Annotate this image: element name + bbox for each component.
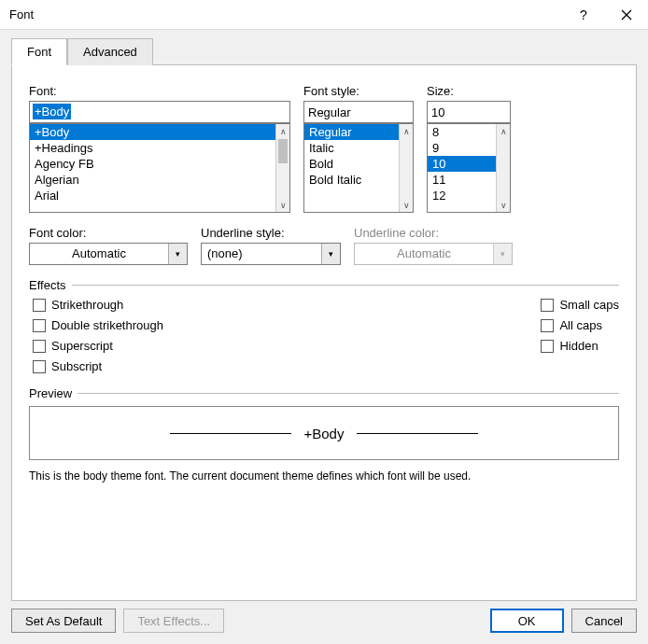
font-style-listbox[interactable]: Regular Italic Bold Bold Italic ∧ ∨	[303, 123, 414, 213]
tab-font[interactable]: Font	[11, 38, 67, 65]
all-caps-checkbox[interactable]: All caps	[541, 318, 619, 332]
scroll-down-icon[interactable]: ∨	[400, 198, 413, 212]
close-button[interactable]	[605, 0, 648, 30]
tab-panel-font: Font: +Body +Body +Headings Agency FB Al…	[11, 64, 637, 601]
superscript-checkbox[interactable]: Superscript	[33, 339, 163, 353]
double-strikethrough-checkbox[interactable]: Double strikethrough	[33, 318, 163, 332]
font-listbox[interactable]: +Body +Headings Agency FB Algerian Arial…	[29, 123, 290, 213]
size-listbox[interactable]: 8 9 10 11 12 ∧ ∨	[427, 123, 511, 213]
tab-strip: Font Advanced	[11, 37, 637, 64]
underline-color-label: Underline color:	[354, 226, 513, 240]
underline-style-value: (none)	[202, 244, 321, 264]
size-input[interactable]	[427, 101, 511, 123]
chevron-down-icon: ▾	[493, 244, 512, 264]
font-option[interactable]: +Headings	[30, 140, 275, 156]
style-option[interactable]: Bold	[304, 156, 399, 172]
hidden-checkbox[interactable]: Hidden	[541, 339, 619, 353]
preview-description: This is the body theme font. The current…	[29, 469, 619, 483]
chevron-down-icon[interactable]: ▾	[168, 244, 187, 264]
preview-label: Preview	[29, 386, 72, 400]
underline-style-label: Underline style:	[201, 226, 341, 240]
preview-header: Preview	[29, 386, 619, 400]
ok-button[interactable]: OK	[490, 609, 564, 633]
size-option[interactable]: 10	[428, 156, 496, 172]
size-option[interactable]: 8	[428, 124, 496, 140]
size-option[interactable]: 12	[428, 188, 496, 203]
size-option[interactable]: 11	[428, 172, 496, 188]
font-color-label: Font color:	[29, 226, 188, 240]
strikethrough-checkbox[interactable]: Strikethrough	[33, 298, 163, 312]
size-option[interactable]: 9	[428, 140, 496, 156]
preview-text: +Body	[304, 426, 345, 441]
font-style-label: Font style:	[303, 84, 414, 98]
font-style-input[interactable]	[303, 101, 414, 123]
dialog-footer: Set As Default Text Effects... OK Cancel	[11, 601, 637, 633]
font-label: Font:	[29, 84, 290, 98]
scroll-up-icon[interactable]: ∧	[400, 124, 413, 138]
scroll-down-icon[interactable]: ∨	[276, 198, 289, 212]
font-input[interactable]	[29, 101, 290, 123]
font-option[interactable]: Agency FB	[30, 156, 275, 172]
dialog-body: Font Advanced Font: +Body +Body +Heading…	[0, 30, 648, 644]
set-as-default-button[interactable]: Set As Default	[11, 609, 116, 633]
dialog-title: Font	[9, 7, 562, 21]
style-option[interactable]: Bold Italic	[304, 172, 399, 188]
scroll-down-icon[interactable]: ∨	[497, 198, 510, 212]
style-option[interactable]: Italic	[304, 140, 399, 156]
style-option[interactable]: Regular	[304, 124, 399, 140]
help-button[interactable]: ?	[562, 0, 605, 30]
underline-style-combo[interactable]: (none) ▾	[201, 243, 341, 265]
underline-color-value: Automatic	[355, 244, 493, 264]
font-color-value: Automatic	[30, 244, 168, 264]
text-effects-button: Text Effects...	[123, 609, 224, 633]
font-option[interactable]: +Body	[30, 124, 275, 140]
subscript-checkbox[interactable]: Subscript	[33, 359, 163, 373]
preview-box: +Body	[29, 406, 619, 460]
style-scrollbar[interactable]: ∧ ∨	[399, 124, 413, 212]
close-icon	[621, 9, 632, 21]
font-scrollbar[interactable]: ∧ ∨	[275, 124, 289, 212]
chevron-down-icon[interactable]: ▾	[321, 244, 340, 264]
font-row: Font: +Body +Body +Headings Agency FB Al…	[29, 84, 619, 213]
effects-grid: Strikethrough Double strikethrough Super…	[29, 298, 619, 373]
font-color-combo[interactable]: Automatic ▾	[29, 243, 188, 265]
font-option[interactable]: Algerian	[30, 172, 275, 188]
title-bar: Font ?	[0, 0, 648, 30]
size-scrollbar[interactable]: ∧ ∨	[496, 124, 510, 212]
color-row: Font color: Automatic ▾ Underline style:…	[29, 226, 619, 265]
preview-rule-left	[170, 433, 291, 434]
scroll-thumb[interactable]	[278, 139, 288, 163]
effects-label: Effects	[29, 278, 66, 292]
effects-header: Effects	[29, 278, 619, 292]
cancel-button[interactable]: Cancel	[571, 609, 637, 633]
preview-rule-right	[357, 433, 478, 434]
font-option[interactable]: Arial	[30, 188, 275, 203]
size-label: Size:	[427, 84, 511, 98]
underline-color-combo: Automatic ▾	[354, 243, 513, 265]
scroll-up-icon[interactable]: ∧	[276, 124, 289, 138]
small-caps-checkbox[interactable]: Small caps	[541, 298, 619, 312]
tab-advanced[interactable]: Advanced	[67, 38, 153, 65]
scroll-up-icon[interactable]: ∧	[497, 124, 510, 138]
